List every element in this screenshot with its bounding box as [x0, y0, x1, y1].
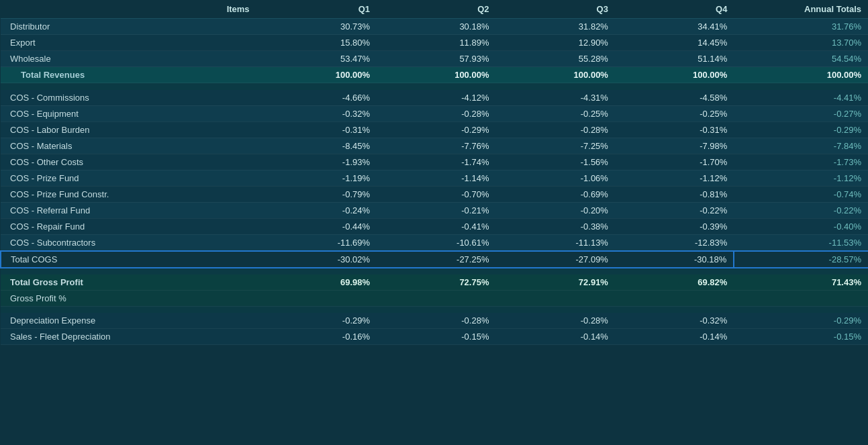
annual-cell: -1.73% [734, 154, 868, 170]
q1-cell: -0.44% [258, 218, 377, 234]
annual-cell: 31.76% [734, 19, 868, 35]
q3-cell: -27.09% [495, 251, 614, 268]
q3-cell: -0.38% [495, 218, 614, 234]
q2-cell: -1.14% [377, 170, 495, 186]
label-cell: COS - Repair Fund [1, 218, 258, 234]
table-header-row: Items Q1 Q2 Q3 Q4 Annual Totals [1, 0, 868, 19]
q3-cell: -0.14% [495, 329, 614, 345]
q2-cell: -4.12% [377, 90, 495, 106]
label-cell: COS - Labor Burden [1, 121, 258, 138]
empty-cell [1, 268, 258, 275]
empty-cell [377, 306, 495, 313]
q1-cell: -4.66% [258, 90, 377, 106]
q3-cell: 31.82% [495, 19, 614, 35]
annual-cell: -0.22% [734, 202, 868, 218]
q3-cell [495, 290, 614, 306]
q4-cell: -0.22% [615, 202, 734, 218]
empty-cell [734, 83, 868, 90]
financial-table: Items Q1 Q2 Q3 Q4 Annual Totals Distribu… [0, 0, 868, 345]
table-row: COS - Other Costs-1.93%-1.74%-1.56%-1.70… [1, 154, 868, 170]
table-row: COS - Labor Burden-0.31%-0.29%-0.28%-0.3… [1, 121, 868, 138]
q4-cell: -0.39% [615, 218, 734, 234]
q3-cell: -0.28% [495, 121, 614, 138]
q3-cell: -0.25% [495, 105, 614, 121]
label-cell: Wholesale [1, 51, 258, 67]
label-cell: COS - Subcontractors [1, 234, 258, 251]
annual-cell: -4.41% [734, 90, 868, 106]
q4-cell: -0.25% [615, 105, 734, 121]
q3-cell: -4.31% [495, 90, 614, 106]
table-row: Total Revenues100.00%100.00%100.00%100.0… [1, 67, 868, 83]
table-row: COS - Equipment-0.32%-0.28%-0.25%-0.25%-… [1, 105, 868, 121]
empty-cell [495, 306, 614, 313]
q2-cell: -0.29% [377, 121, 495, 138]
label-cell: COS - Referral Fund [1, 202, 258, 218]
label-cell: COS - Prize Fund [1, 170, 258, 186]
q2-cell: -0.70% [377, 186, 495, 202]
empty-cell [615, 268, 734, 275]
table-row: Wholesale53.47%57.93%55.28%51.14%54.54% [1, 51, 868, 67]
q2-cell: -0.15% [377, 329, 495, 345]
financial-table-container: Items Q1 Q2 Q3 Q4 Annual Totals Distribu… [0, 0, 868, 445]
q3-cell: 100.00% [495, 67, 614, 83]
q1-cell: 69.98% [258, 275, 377, 291]
empty-cell [734, 268, 868, 275]
q1-cell: 100.00% [258, 67, 377, 83]
empty-cell [495, 83, 614, 90]
q3-cell: -0.20% [495, 202, 614, 218]
annual-cell: -28.57% [734, 251, 868, 268]
label-cell: Distributor [1, 19, 258, 35]
q2-cell: -1.74% [377, 154, 495, 170]
q4-cell: -0.31% [615, 121, 734, 138]
q3-cell: 12.90% [495, 35, 614, 51]
annual-cell: 71.43% [734, 275, 868, 291]
q4-cell: -0.14% [615, 329, 734, 345]
table-row [1, 306, 868, 313]
q4-cell: 14.45% [615, 35, 734, 51]
q2-cell: -7.76% [377, 138, 495, 154]
q1-cell: 15.80% [258, 35, 377, 51]
label-cell: Depreciation Expense [1, 313, 258, 329]
annual-cell: -0.74% [734, 186, 868, 202]
annual-cell: -7.84% [734, 138, 868, 154]
col-header-items: Items [1, 0, 258, 19]
q1-cell: -1.19% [258, 170, 377, 186]
q4-cell: -0.32% [615, 313, 734, 329]
q2-cell: 11.89% [377, 35, 495, 51]
empty-cell [377, 268, 495, 275]
annual-cell: -11.53% [734, 234, 868, 251]
q2-cell: -0.21% [377, 202, 495, 218]
table-row: COS - Repair Fund-0.44%-0.41%-0.38%-0.39… [1, 218, 868, 234]
table-row: Gross Profit % [1, 290, 868, 306]
q3-cell: -7.25% [495, 138, 614, 154]
q3-cell: -0.69% [495, 186, 614, 202]
q4-cell: -30.18% [615, 251, 734, 268]
q2-cell: -0.28% [377, 105, 495, 121]
q1-cell: -11.69% [258, 234, 377, 251]
q1-cell: -0.31% [258, 121, 377, 138]
q2-cell: -0.28% [377, 313, 495, 329]
annual-cell: -0.40% [734, 218, 868, 234]
label-cell: COS - Commissions [1, 90, 258, 106]
table-row: COS - Referral Fund-0.24%-0.21%-0.20%-0.… [1, 202, 868, 218]
q4-cell: -1.70% [615, 154, 734, 170]
q1-cell: -0.29% [258, 313, 377, 329]
q4-cell: 69.82% [615, 275, 734, 291]
table-row: Sales - Fleet Depreciation-0.16%-0.15%-0… [1, 329, 868, 345]
q4-cell: 51.14% [615, 51, 734, 67]
q4-cell: -4.58% [615, 90, 734, 106]
table-row: COS - Prize Fund Constr.-0.79%-0.70%-0.6… [1, 186, 868, 202]
q4-cell: 100.00% [615, 67, 734, 83]
empty-cell [258, 306, 377, 313]
empty-cell [258, 83, 377, 90]
table-row: COS - Prize Fund-1.19%-1.14%-1.06%-1.12%… [1, 170, 868, 186]
col-header-q3: Q3 [495, 0, 614, 19]
table-row: Depreciation Expense-0.29%-0.28%-0.28%-0… [1, 313, 868, 329]
table-row: COS - Subcontractors-11.69%-10.61%-11.13… [1, 234, 868, 251]
q2-cell: 100.00% [377, 67, 495, 83]
label-cell: COS - Materials [1, 138, 258, 154]
col-header-q1: Q1 [258, 0, 377, 19]
q2-cell: 57.93% [377, 51, 495, 67]
label-cell: Total Revenues [1, 67, 258, 83]
annual-cell: -0.15% [734, 329, 868, 345]
